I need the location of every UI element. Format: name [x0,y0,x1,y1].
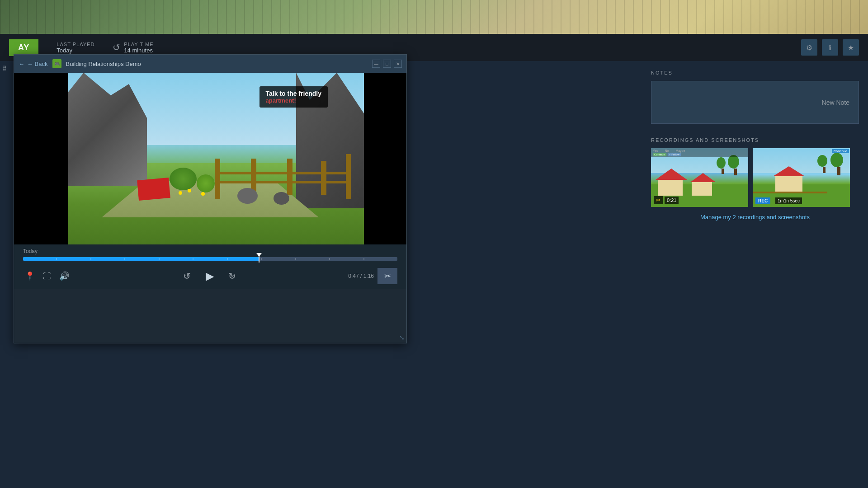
resize-handle[interactable]: ⤡ [399,334,405,341]
time-badge-1: 0:21 [665,197,679,204]
header-right-icons: ⚙ ℹ ★ [801,39,859,56]
recording-thumbnail-2[interactable]: Continue REC 1m1n 5sec [753,148,850,207]
rec-badge: REC [755,197,770,204]
gear-icon: ⚙ [806,43,812,52]
manage-recordings-link[interactable]: Manage my 2 recordings and screenshots [651,214,859,221]
back-label: ← Back [27,61,48,67]
scissors-icon: ✂ [384,271,391,281]
red-object [137,178,170,201]
timeline-section: Today [14,244,406,263]
video-black-right [366,73,406,244]
boulder-1 [237,188,258,204]
fence-rail-2 [215,181,350,183]
tooltip-sub-text: apartment! [266,97,321,104]
thumb-tree-3 [835,153,843,175]
info-icon-button[interactable]: ℹ [822,39,838,56]
new-note-button[interactable]: New Note [651,81,859,124]
last-played-stat: LAST PLAYED Today [57,42,94,54]
thumb-tree-4 [821,155,827,173]
thumb-tree-2 [719,157,726,174]
fullscreen-button[interactable]: ⛶ [40,269,54,283]
timeline-label: Today [23,248,397,254]
last-played-label: LAST PLAYED [57,42,94,47]
boulder-2 [274,192,289,205]
video-content: Talk to the friendly apartment! [14,73,406,244]
game-scene: Talk to the friendly apartment! [57,73,364,244]
time-display: 0:47 / 1:16 [348,273,374,279]
playback-controls: 📍 ⛶ 🔊 ↺ 10 ▶ ↻ 10 0:47 / 1:16 ✂ [14,263,406,289]
back-arrow-icon: ← [19,61,24,67]
fullscreen-icon: ⛶ [43,272,51,281]
timeline-bar[interactable] [23,257,397,261]
play-time-value: 14 minutes [124,47,153,54]
skip-forward-button[interactable]: ↻ 10 [224,268,241,284]
sidebar-text: ns [0,61,10,75]
window-controls: — □ ✕ [372,60,402,68]
rec-time-badge: 1m1n 5sec [775,197,802,204]
play-icon: ▶ [206,270,214,282]
thumb-house-2 [692,182,712,196]
notes-section: NOTES New Note [651,70,859,124]
fence-post-4 [321,161,326,195]
play-pause-button[interactable]: ▶ [201,267,219,285]
bush-2 [197,174,215,192]
skip-back-button[interactable]: ↺ 10 [179,268,195,284]
info-icon: ℹ [829,43,831,52]
star-icon: ★ [848,43,854,52]
close-button[interactable]: ✕ [394,60,402,68]
fence-rail-1 [215,172,350,174]
thumb-tree-1 [731,155,739,175]
background-top [0,0,868,34]
timeline-cursor [259,255,259,263]
flower-1 [179,191,182,195]
game-icon: 🎮 [52,59,61,68]
skip-forward-label: 10 [230,274,234,278]
back-button[interactable]: ← ← Back [19,61,48,67]
fence-post-3 [287,159,292,195]
clock-icon: ↺ [113,42,120,53]
left-sidebar: ns [0,61,14,422]
recordings-grid: Yes No Maybe Continue + Follow ✂ [651,148,859,207]
scissors-badge: ✂ [654,196,663,204]
tooltip-main-text: Talk to the friendly [266,90,321,97]
video-window: ← ← Back 🎮 Building Relationships Demo —… [14,54,407,343]
window-titlebar: ← ← Back 🎮 Building Relationships Demo —… [14,55,406,73]
play-button[interactable]: AY [9,39,38,56]
play-time-stat: ↺ PLAY TIME 14 minutes [113,42,153,54]
location-button[interactable]: 📍 [23,269,37,283]
notes-title: NOTES [651,70,859,75]
skip-back-label: 10 [185,274,189,278]
play-time-label: PLAY TIME [124,42,153,47]
recordings-section: RECORDINGS AND SCREENSHOTS [651,137,859,221]
star-icon-button[interactable]: ★ [843,39,859,56]
settings-icon-button[interactable]: ⚙ [801,39,817,56]
location-icon: 📍 [25,271,35,281]
recordings-title: RECORDINGS AND SCREENSHOTS [651,137,859,143]
flower-3 [201,192,205,196]
window-title: Building Relationships Demo [66,61,368,67]
flower-2 [188,189,191,192]
fence-post-1 [215,159,220,199]
maximize-button[interactable]: □ [383,60,391,68]
timeline-progress [23,257,259,261]
video-black-left [14,73,68,244]
new-note-label: New Note [822,99,849,106]
recording-thumbnail-1[interactable]: Yes No Maybe Continue + Follow ✂ [651,148,748,207]
game-tooltip: Talk to the friendly apartment! [259,86,328,108]
volume-icon: 🔊 [59,271,69,281]
fence-post-5 [346,154,351,199]
thumb-house-3 [775,176,802,193]
minimize-button[interactable]: — [372,60,380,68]
scissors-button[interactable]: ✂ [377,268,397,284]
thumb-house-1 [658,180,683,196]
last-played-value: Today [57,47,94,54]
volume-button[interactable]: 🔊 [57,269,71,283]
bush-1 [170,168,197,190]
thumb-1-badge: ✂ 0:21 [654,196,679,204]
playback-center: ↺ 10 ▶ ↻ 10 [75,267,344,285]
right-panel: NOTES New Note RECORDINGS AND SCREENSHOT… [642,61,868,377]
